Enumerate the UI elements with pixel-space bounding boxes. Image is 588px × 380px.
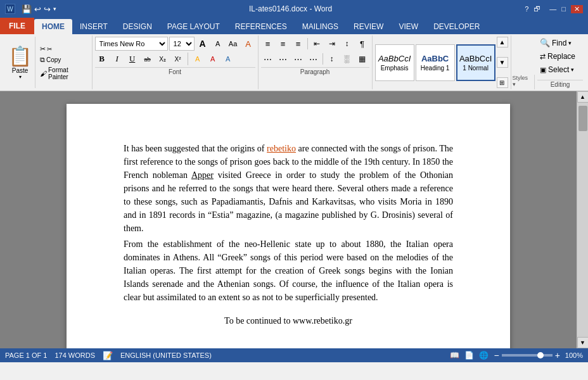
zoom-slider[interactable] — [502, 354, 553, 357]
select-button[interactable]: ▣ Select ▾ — [537, 64, 583, 75]
show-marks-button[interactable]: ¶ — [355, 37, 369, 51]
styles-scroll-down[interactable]: ▼ — [497, 57, 508, 68]
help-btn[interactable]: ? — [525, 5, 528, 13]
cut-icon: ✂ — [40, 45, 46, 53]
save-qa-btn[interactable]: 💾 — [22, 4, 32, 14]
clipboard-group: 📋 Paste ▾ ✂ ✂ ⧉ Copy 🖌 Format Painter — [3, 35, 93, 89]
multilevel-button[interactable]: ≡ — [291, 37, 305, 51]
align-center-button[interactable]: ⋯ — [276, 52, 290, 66]
find-icon: 🔍 — [540, 38, 550, 48]
emphasis-label: Emphasis — [381, 65, 409, 72]
maximize-btn[interactable]: □ — [561, 5, 566, 13]
paste-dropdown[interactable]: ▾ — [19, 74, 22, 80]
window-controls: ? 🗗 — □ ✕ — [525, 5, 583, 13]
web-layout-icon[interactable]: 🌐 — [479, 351, 489, 360]
redo-qa-btn[interactable]: ↪ — [44, 4, 51, 14]
restore-btn[interactable]: 🗗 — [534, 5, 540, 13]
numbering-button[interactable]: ≡ — [276, 37, 290, 51]
shading-button[interactable]: ░ — [340, 52, 354, 66]
styles-expand[interactable]: ⊞ — [497, 77, 508, 88]
scroll-down-button[interactable]: ▼ — [577, 337, 589, 348]
editing-group-label: Editing — [537, 80, 583, 88]
find-button[interactable]: 🔍 Find ▾ — [537, 37, 583, 49]
format-painter-button[interactable]: 🖌 Format Painter — [38, 66, 89, 81]
strikethrough-button[interactable]: ab — [141, 52, 155, 66]
tab-review[interactable]: REVIEW — [346, 19, 391, 34]
cut-button[interactable]: ✂ ✂ — [38, 44, 89, 54]
shrink-font-button[interactable]: A — [211, 37, 225, 51]
styles-group: AaBbCcI Emphasis AaBbC Heading 1 AaBbCcI… — [373, 35, 511, 89]
underline-button[interactable]: U — [125, 52, 139, 66]
scroll-thumb[interactable] — [578, 106, 587, 131]
undo-qa-btn[interactable]: ↩ — [34, 4, 41, 14]
tab-view[interactable]: VIEW — [391, 19, 426, 34]
align-right-button[interactable]: ⋯ — [291, 52, 305, 66]
scroll-track[interactable] — [577, 103, 588, 337]
text-highlight-button[interactable]: A — [191, 52, 205, 66]
read-mode-icon[interactable]: 📖 — [450, 351, 459, 360]
font-color-button[interactable]: A — [206, 52, 220, 66]
normal-preview: AaBbCcI — [459, 54, 492, 63]
style-heading1[interactable]: AaBbC Heading 1 — [416, 44, 455, 81]
tab-design[interactable]: DESIGN — [115, 19, 160, 34]
status-bar: PAGE 1 OF 1 174 WORDS 📝 ENGLISH (UNITED … — [0, 348, 588, 362]
format-painter-label: Format Painter — [48, 66, 87, 80]
bullets-button[interactable]: ≡ — [261, 37, 275, 51]
sort-button[interactable]: ↕ — [340, 37, 354, 51]
borders-button[interactable]: ▦ — [355, 52, 369, 66]
text-effects-button[interactable]: A — [221, 52, 235, 66]
document-title: IL-ates0146.docx - Word — [56, 4, 525, 13]
tab-references[interactable]: REFERENCES — [227, 19, 295, 34]
decrease-indent-button[interactable]: ⇤ — [310, 37, 324, 51]
clear-format-button[interactable]: A — [241, 37, 255, 51]
styles-scroll-up[interactable]: ▲ — [497, 37, 508, 48]
paste-button[interactable]: 📋 Paste ▾ — [5, 37, 35, 88]
select-icon: ▣ — [540, 66, 546, 74]
tab-mailings[interactable]: MAILINGS — [295, 19, 346, 34]
grow-font-button[interactable]: A — [196, 37, 210, 51]
spell-check-icon[interactable]: 📝 — [103, 351, 113, 360]
style-normal[interactable]: AaBbCcI 1 Normal — [456, 44, 495, 81]
tab-developer[interactable]: DEVELOPER — [426, 19, 487, 34]
para-row2: ⋯ ⋯ ⋯ ⋯ ↕ ░ ▦ — [261, 52, 369, 66]
style-emphasis[interactable]: AaBbCcI Emphasis — [375, 44, 414, 81]
minimize-btn[interactable]: — — [549, 5, 556, 13]
zoom-in-btn[interactable]: + — [555, 350, 560, 360]
paragraph-group-label: Paragraph — [261, 67, 369, 75]
justify-button[interactable]: ⋯ — [307, 52, 321, 66]
emphasis-preview: AaBbCcI — [378, 54, 411, 63]
tab-pagelayout[interactable]: PAGE LAYOUT — [160, 19, 227, 34]
paste-label: Paste — [12, 67, 29, 74]
line-spacing-button[interactable]: ↕ — [325, 52, 339, 66]
change-case-button[interactable]: Aa — [226, 37, 240, 51]
find-dropdown[interactable]: ▾ — [568, 40, 572, 46]
rebetiko-link[interactable]: rebetiko — [267, 144, 296, 153]
replace-button[interactable]: ⇄ Replace — [537, 51, 583, 62]
find-label: Find — [552, 39, 566, 48]
print-layout-icon[interactable]: 📄 — [464, 351, 474, 360]
close-btn[interactable]: ✕ — [571, 5, 583, 13]
zoom-out-btn[interactable]: − — [494, 350, 499, 360]
styles-scroll: ▲ ▼ ⊞ — [495, 37, 508, 88]
select-dropdown[interactable]: ▾ — [571, 66, 574, 73]
scroll-up-button[interactable]: ▲ — [577, 91, 589, 103]
tab-file[interactable]: FILE — [0, 18, 34, 34]
apper-word: Apper — [191, 170, 214, 180]
zoom-control: − + 100% — [494, 350, 583, 360]
increase-indent-button[interactable]: ⇥ — [325, 37, 339, 51]
superscript-button[interactable]: X² — [171, 52, 185, 66]
normal-label: 1 Normal — [463, 65, 489, 72]
align-left-button[interactable]: ⋯ — [261, 52, 275, 66]
bold-button[interactable]: B — [95, 52, 109, 66]
tab-home[interactable]: HOME — [34, 19, 72, 34]
font-size-select[interactable]: 12 — [169, 37, 195, 51]
font-name-select[interactable]: Times New Ro — [95, 37, 168, 51]
language-info[interactable]: ENGLISH (UNITED STATES) — [120, 352, 212, 359]
tab-insert[interactable]: INSERT — [72, 19, 115, 34]
subscript-button[interactable]: X₂ — [156, 52, 170, 66]
italic-button[interactable]: I — [110, 52, 124, 66]
document-page: It has been suggested that the origins o… — [67, 104, 510, 348]
vertical-scrollbar: ▲ ▼ — [577, 91, 588, 348]
paragraph-1: It has been suggested that the origins o… — [124, 142, 453, 235]
copy-button[interactable]: ⧉ Copy — [38, 55, 89, 65]
